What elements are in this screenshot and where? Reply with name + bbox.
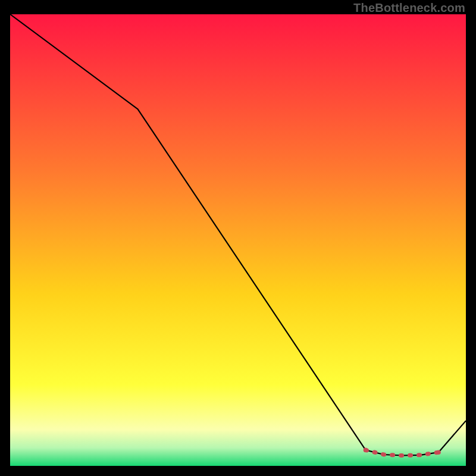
bottleneck-chart [10, 14, 466, 466]
attribution-text: TheBottleneck.com [353, 1, 465, 15]
chart-frame: TheBottleneck.com [0, 0, 476, 476]
gradient-fill [10, 14, 466, 466]
optimal-range-end [436, 450, 441, 455]
optimal-range-end [364, 448, 368, 453]
